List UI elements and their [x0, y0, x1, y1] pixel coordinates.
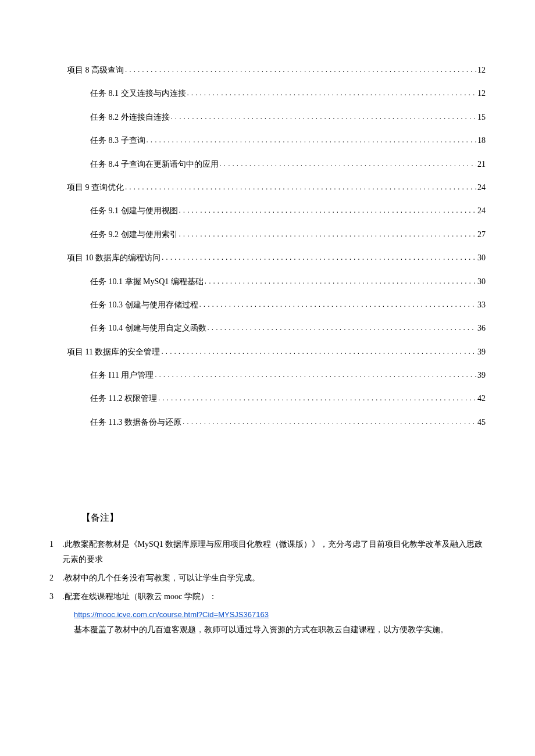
notes-list: 1.此教案配套教材是《MySQ1 数据库原理与应用项目化教程（微课版）》，充分考…	[49, 537, 486, 637]
toc-page-number: 36	[477, 322, 486, 335]
toc-label: 项目 10 数据库的编程访问	[67, 252, 160, 264]
toc-page-number: 21	[477, 158, 486, 171]
note-number: 1	[49, 537, 62, 567]
notes-heading: 【备注】	[81, 510, 486, 525]
note-after-text: 基本覆盖了教材中的几百道客观题，教师可以通过导入资源的方式在职教云自建课程，以方…	[74, 622, 486, 637]
toc-row: 任务 11.3 数据备份与还原.........................…	[90, 416, 486, 429]
toc-row: 任务 8.1 交叉连接与内连接.........................…	[90, 87, 486, 100]
note-body: .配套在线课程地址（职教云 mooc 学院）：	[62, 589, 486, 604]
note-item: 1.此教案配套教材是《MySQ1 数据库原理与应用项目化教程（微课版）》，充分考…	[49, 537, 486, 567]
toc-label: 任务 8.2 外连接自连接	[90, 111, 170, 124]
toc-leader-dots: ........................................…	[199, 299, 477, 310]
note-link-line: https://mooc.icve.com.cn/course.html?Cid…	[74, 607, 486, 622]
note-item: 2.教材中的几个任务没有写教案，可以让学生自学完成。	[49, 571, 486, 586]
toc-page-number: 12	[477, 87, 486, 100]
toc-label: 任务 10.3 创建与使用存储过程	[90, 299, 198, 311]
toc-row: 项目 8 高级查询...............................…	[67, 64, 486, 77]
toc-leader-dots: ........................................…	[220, 159, 477, 170]
toc-label: 任务 10.4 创建与使用自定义函数	[90, 322, 206, 335]
toc-label: 项目 8 高级查询	[67, 64, 124, 77]
toc-leader-dots: ........................................…	[155, 370, 476, 381]
toc-leader-dots: ........................................…	[179, 205, 477, 216]
toc-row: 任务 8.3 子查询..............................…	[90, 134, 486, 147]
note-text: .此教案配套教材是《MySQ1 数据库原理与应用项目化教程（微课版）》，充分考虑…	[62, 537, 486, 567]
toc-leader-dots: ........................................…	[205, 276, 476, 287]
toc-page-number: 15	[477, 111, 486, 124]
note-item: 3.配套在线课程地址（职教云 mooc 学院）：	[49, 589, 486, 604]
toc-row: 任务 9.2 创建与使用索引..........................…	[90, 228, 486, 241]
course-link[interactable]: https://mooc.icve.com.cn/course.html?Cid…	[74, 610, 269, 619]
toc-label: 任务 11.2 权限管理	[90, 392, 157, 405]
toc-leader-dots: ........................................…	[171, 112, 477, 123]
toc-page-number: 24	[477, 205, 486, 217]
toc-leader-dots: ........................................…	[125, 182, 476, 193]
toc-leader-dots: ........................................…	[208, 323, 477, 334]
toc-leader-dots: ........................................…	[179, 229, 477, 240]
toc-row: 任务 10.3 创建与使用存储过程.......................…	[90, 299, 486, 311]
toc-row: 项目 10 数据库的编程访问..........................…	[67, 252, 486, 264]
toc-row: 任务 10.1 掌握 MySQ1 编程基础...................…	[90, 275, 486, 288]
toc-page-number: 24	[477, 181, 486, 194]
toc-leader-dots: ........................................…	[187, 88, 477, 99]
note-body: .教材中的几个任务没有写教案，可以让学生自学完成。	[62, 571, 486, 586]
toc-label: 任务 8.1 交叉连接与内连接	[90, 87, 186, 100]
note-text: .教材中的几个任务没有写教案，可以让学生自学完成。	[62, 571, 486, 586]
toc-row: 任务 8.2 外连接自连接...........................…	[90, 111, 486, 124]
toc-label: 任务 9.2 创建与使用索引	[90, 228, 178, 241]
toc-page-number: 12	[477, 64, 486, 77]
table-of-contents: 项目 8 高级查询...............................…	[49, 64, 486, 429]
toc-page-number: 45	[477, 416, 486, 429]
toc-page-number: 42	[477, 392, 486, 405]
note-number: 2	[49, 571, 62, 586]
toc-row: 项目 11 数据库的安全管理..........................…	[67, 346, 486, 359]
toc-leader-dots: ........................................…	[125, 65, 476, 76]
toc-label: 项目 11 数据库的安全管理	[67, 346, 160, 359]
toc-label: 任务 11.3 数据备份与还原	[90, 416, 181, 429]
toc-label: 项目 9 查询优化	[67, 181, 124, 194]
toc-row: 任务 11.2 权限管理............................…	[90, 392, 486, 405]
toc-row: 任务 8.4 子查询在更新语句中的应用.....................…	[90, 158, 486, 171]
toc-leader-dots: ........................................…	[158, 393, 476, 404]
toc-leader-dots: ........................................…	[161, 346, 476, 357]
toc-label: 任务 I11 用户管理	[90, 369, 154, 382]
toc-label: 任务 10.1 掌握 MySQ1 编程基础	[90, 275, 204, 288]
toc-row: 项目 9 查询优化...............................…	[67, 181, 486, 194]
toc-page-number: 30	[477, 275, 486, 288]
toc-row: 任务 I11 用户管理.............................…	[90, 369, 486, 382]
toc-label: 任务 9.1 创建与使用视图	[90, 205, 178, 217]
toc-row: 任务 10.4 创建与使用自定义函数......................…	[90, 322, 486, 335]
toc-leader-dots: ........................................…	[147, 135, 477, 146]
note-body: .此教案配套教材是《MySQ1 数据库原理与应用项目化教程（微课版）》，充分考虑…	[62, 537, 486, 567]
toc-leader-dots: ........................................…	[183, 417, 476, 428]
toc-page-number: 30	[477, 252, 486, 264]
toc-page-number: 39	[477, 369, 486, 382]
toc-leader-dots: ........................................…	[162, 252, 476, 263]
notes-section: 【备注】 1.此教案配套教材是《MySQ1 数据库原理与应用项目化教程（微课版）…	[49, 510, 486, 637]
toc-row: 任务 9.1 创建与使用视图..........................…	[90, 205, 486, 217]
toc-label: 任务 8.3 子查询	[90, 134, 145, 147]
toc-page-number: 33	[477, 299, 486, 311]
toc-page-number: 18	[477, 134, 486, 147]
toc-page-number: 27	[477, 228, 486, 241]
note-text: .配套在线课程地址（职教云 mooc 学院）：	[62, 589, 486, 604]
note-number: 3	[49, 589, 62, 604]
toc-label: 任务 8.4 子查询在更新语句中的应用	[90, 158, 219, 171]
toc-page-number: 39	[477, 346, 486, 359]
